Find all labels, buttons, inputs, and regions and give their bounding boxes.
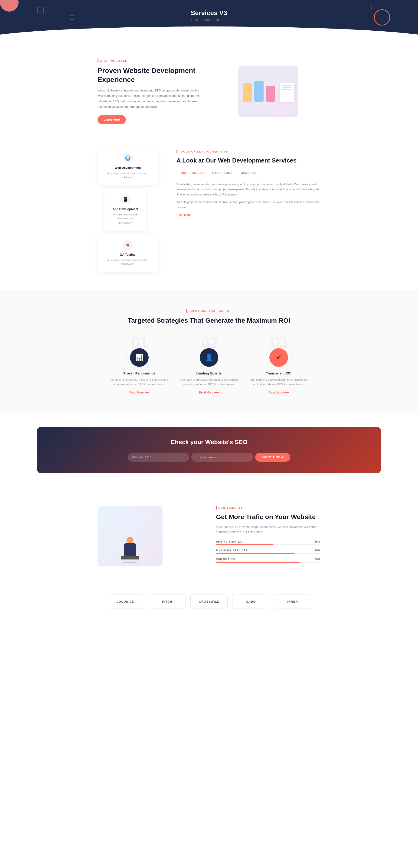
- strategy-item-roi: 03 ✔ Transparent ROI Our team of creativ…: [244, 339, 314, 395]
- services-cards-row: 📱 App Development We analyze your web si…: [97, 189, 158, 230]
- app-dev-title: App Development: [110, 207, 141, 211]
- services-cards: 🌐 Web Development We analyze your web si…: [97, 147, 158, 272]
- services-info: FOCUS ON LEAD GENERATION A Look at Our W…: [177, 147, 321, 217]
- logo-pitch: PITCH: [149, 594, 186, 609]
- deco-square-2: [70, 15, 74, 20]
- strategy-circle-3: ✔: [269, 348, 288, 367]
- illustration-box: [238, 66, 298, 117]
- strategy-item-performance: 01 📊 Proven Performance Our team of crea…: [104, 339, 174, 395]
- person-1: [243, 83, 252, 102]
- breadcrumb: HOME / OUR PROCESS: [5, 19, 413, 22]
- header: Services V3 HOME / OUR PROCESS: [0, 0, 418, 40]
- logo-crosswill: CROSSWILL: [190, 594, 228, 609]
- web-development-section: 🌐 Web Development We analyze your web si…: [70, 138, 348, 290]
- service-card-qa: 🖥 QA Testing We analyze your web site's …: [97, 234, 158, 272]
- logos-section: LOUDNICK PITCH CROSSWILL GABO INNER: [0, 585, 418, 622]
- qa-desc: We analyze your web site's structure, ar…: [103, 258, 152, 266]
- service-card-app: 📱 App Development We analyze your web si…: [104, 189, 146, 230]
- header-wave: [0, 27, 418, 40]
- progress-financial-services: FINANCIAL SERVICES 75%: [216, 549, 321, 554]
- section1-description: We are full-service Internet marketing a…: [97, 88, 202, 110]
- progress-digital-strategy: DIGITAL STRATEGY 55%: [216, 540, 321, 545]
- strategy-title-1: Proven Performance: [109, 371, 170, 375]
- strategy-item-experts: 02 👤 Leading Experts Our team of creativ…: [174, 339, 244, 395]
- seo-heading: Check your Website's SEO: [47, 438, 371, 446]
- progress-percent-2: 75%: [315, 549, 321, 552]
- seo-form: SUBMIT NOW: [128, 453, 290, 462]
- benefits-section: OUR BENEFITS Get More Trafic on Your Web…: [70, 487, 348, 586]
- laptop: [121, 556, 139, 559]
- illustration-people: [243, 81, 294, 102]
- section5-heading: Get More Trafic on Your Website: [216, 513, 321, 521]
- qa-icon: 🖥: [123, 240, 133, 250]
- progress-percent-1: 55%: [315, 540, 321, 543]
- page-title: Services V3: [5, 9, 413, 17]
- app-dev-desc: We analyze your web site's structure, ar…: [110, 213, 141, 225]
- strategy-circle-wrap-2: 👤: [195, 348, 223, 367]
- progress-bar-3: [216, 562, 300, 563]
- progress-label-1: DIGITAL STRATEGY: [216, 540, 244, 543]
- logo-inner: INNER: [274, 594, 311, 609]
- tab-content-p1: A dedicated, professional project manage…: [177, 182, 321, 197]
- submit-button[interactable]: SUBMIT NOW: [255, 453, 290, 462]
- strategy-read-more-2[interactable]: Read More: [199, 391, 219, 394]
- proven-website-section: WHAT WE OFFER Proven Website Development…: [70, 40, 348, 138]
- progress-bar-2: [216, 553, 295, 554]
- website-url-input[interactable]: [128, 453, 189, 462]
- progress-label-3: CONSULTING: [216, 558, 235, 561]
- progress-percent-3: 80%: [315, 558, 321, 561]
- strategies-grid: 01 📊 Proven Performance Our team of crea…: [104, 339, 314, 395]
- progress-bar-bg-2: [216, 553, 321, 554]
- tabs: OUR PROCESS EXPERIENCE BENEFITS: [177, 169, 321, 177]
- section1-text: WHAT WE OFFER Proven Website Development…: [97, 59, 202, 124]
- section1-illustration: [216, 66, 321, 117]
- strategy-circle-2: 👤: [200, 348, 218, 367]
- progress-label-2: FINANCIAL SERVICES: [216, 549, 247, 552]
- strategy-circle-1: 📊: [130, 348, 149, 367]
- breadcrumb-current: OUR PROCESS: [204, 19, 227, 22]
- person-head: [126, 537, 133, 544]
- tab-content: A dedicated, professional project manage…: [177, 182, 321, 217]
- email-input[interactable]: [191, 453, 253, 462]
- section1-tag: WHAT WE OFFER: [97, 59, 202, 63]
- deco-circle-outline: [374, 9, 390, 26]
- section3-tag: SOLUTIONS THAT MATTER: [28, 309, 390, 313]
- section1-heading: Proven Website Development Experience: [97, 66, 202, 84]
- strategy-read-more-1[interactable]: Read More: [129, 391, 149, 394]
- targeted-strategies-section: SOLUTIONS THAT MATTER Targeted Strategie…: [0, 290, 418, 413]
- breadcrumb-separator: /: [202, 19, 203, 22]
- benefits-illus-box: [97, 506, 162, 566]
- learn-more-button[interactable]: Learn More: [97, 115, 126, 124]
- strategy-circle-wrap-3: ✔: [265, 348, 293, 367]
- app-dev-icon: 📱: [120, 194, 130, 205]
- deco-square-1: [37, 7, 44, 13]
- tab-experience[interactable]: EXPERIENCE: [208, 169, 237, 177]
- deco-square-3: [367, 5, 371, 9]
- strategy-title-3: Transparent ROI: [248, 371, 309, 375]
- progress-bar-bg-3: [216, 562, 321, 563]
- person-3: [266, 86, 275, 102]
- read-more-link[interactable]: Read More: [177, 213, 196, 217]
- seo-section: Check your Website's SEO SUBMIT NOW: [37, 427, 381, 473]
- section2-tag: FOCUS ON LEAD GENERATION: [177, 150, 321, 153]
- logo-gabo: GABO: [232, 594, 269, 609]
- chair: [123, 562, 137, 563]
- seo-section-wrapper: Check your Website's SEO SUBMIT NOW: [0, 427, 418, 473]
- web-dev-icon: 🌐: [123, 153, 133, 163]
- tab-content-p2: Website projects are complex and require…: [177, 200, 321, 210]
- web-dev-title: Web Development: [103, 166, 152, 169]
- section2-heading: A Look at Our Web Development Services: [177, 157, 321, 164]
- progress-bar-bg-1: [216, 545, 321, 545]
- benefits-illustration: [97, 506, 202, 566]
- breadcrumb-home[interactable]: HOME: [191, 19, 201, 22]
- strategy-desc-3: Our team of creatives, designers & devel…: [248, 377, 309, 387]
- web-dev-desc: We analyze your web site's structure, ar…: [103, 171, 152, 180]
- tab-our-process[interactable]: OUR PROCESS: [177, 169, 208, 177]
- strategy-read-more-3[interactable]: Read More: [269, 391, 289, 394]
- person-body: [124, 543, 136, 557]
- tab-benefits[interactable]: BENEFITS: [237, 169, 261, 177]
- person-2: [254, 81, 264, 102]
- strategy-title-2: Leading Experts: [179, 371, 239, 375]
- progress-consulting: CONSULTING 80%: [216, 558, 321, 563]
- section3-heading: Targeted Strategies That Generate the Ma…: [28, 316, 390, 325]
